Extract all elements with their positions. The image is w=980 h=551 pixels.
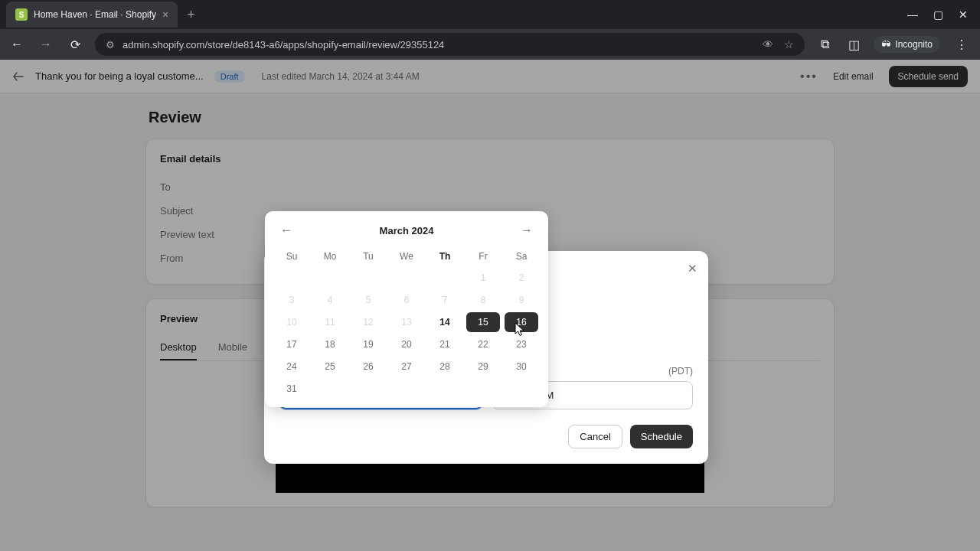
calendar-day[interactable]: 29 — [464, 355, 502, 377]
site-settings-icon[interactable]: ⚙ — [106, 39, 115, 51]
calendar-day-cell: 5 — [351, 290, 385, 310]
calendar-day-cell[interactable]: 22 — [466, 334, 500, 354]
calendar-day: 2 — [502, 266, 541, 289]
calendar-day — [311, 266, 349, 289]
calendar-day-cell[interactable]: 19 — [351, 334, 385, 354]
calendar-day-cell[interactable]: 25 — [313, 357, 347, 377]
calendar-day[interactable]: 30 — [502, 355, 541, 377]
calendar-day — [349, 266, 387, 289]
calendar-day-cell[interactable]: 18 — [313, 334, 347, 354]
calendar-day-cell: 2 — [505, 268, 538, 288]
calendar-day[interactable]: 24 — [273, 355, 311, 377]
calendar-day[interactable]: 23 — [502, 333, 541, 355]
cancel-button[interactable]: Cancel — [568, 425, 622, 448]
calendar-day[interactable]: 31 — [273, 377, 311, 399]
window-controls: — ▢ ✕ — [907, 8, 980, 21]
close-icon[interactable]: × — [162, 8, 168, 21]
calendar-day[interactable]: 22 — [464, 333, 502, 355]
calendar-day-cell[interactable]: 27 — [390, 357, 423, 377]
calendar-month-label: March 2024 — [380, 225, 434, 236]
calendar-day: 1 — [464, 266, 502, 289]
calendar-day-cell: 6 — [390, 290, 423, 310]
calendar-day-cell[interactable]: 16 — [505, 312, 538, 332]
calendar-day-cell: 8 — [466, 290, 500, 310]
calendar-day-cell: 1 — [466, 268, 500, 288]
maximize-icon[interactable]: ▢ — [933, 8, 943, 21]
prev-month-icon[interactable]: ← — [277, 220, 296, 240]
calendar-day[interactable]: 28 — [426, 355, 464, 377]
calendar-day[interactable]: 17 — [273, 333, 311, 355]
tab-bar: S Home Haven · Email · Shopify × + — ▢ ✕ — [0, 0, 980, 29]
calendar-weekday: Su — [273, 246, 311, 266]
calendar-day — [387, 266, 426, 289]
calendar-day-cell: 11 — [313, 312, 347, 332]
calendar-day-cell[interactable]: 21 — [428, 334, 462, 354]
address-bar[interactable]: ⚙ admin.shopify.com/store/de8143-a6/apps… — [95, 33, 805, 56]
close-window-icon[interactable]: ✕ — [959, 8, 968, 21]
incognito-label: Incognito — [895, 39, 933, 50]
side-panel-icon[interactable]: ◫ — [844, 35, 863, 54]
address-bar-row: ← → ⟳ ⚙ admin.shopify.com/store/de8143-a… — [0, 29, 980, 60]
calendar-day: 6 — [387, 289, 426, 311]
calendar-day-cell[interactable]: 28 — [428, 357, 462, 377]
calendar-day: 10 — [273, 311, 311, 333]
calendar-day[interactable]: 19 — [349, 333, 387, 355]
calendar-day: 4 — [311, 289, 349, 311]
calendar-day-cell[interactable]: 26 — [351, 357, 385, 377]
calendar-day-cell[interactable]: 24 — [275, 357, 309, 377]
reload-button[interactable]: ⟳ — [66, 35, 84, 54]
browser-tab[interactable]: S Home Haven · Email · Shopify × — [6, 2, 178, 28]
extensions-icon[interactable]: ⧉ — [815, 35, 834, 54]
calendar-day-cell: 3 — [275, 290, 309, 310]
browser-menu-icon[interactable]: ⋮ — [951, 37, 972, 52]
back-button[interactable]: ← — [8, 35, 26, 54]
shopify-favicon: S — [15, 8, 28, 21]
calendar-day-cell[interactable]: 17 — [275, 334, 309, 354]
incognito-icon: 🕶 — [881, 39, 890, 50]
calendar-day-cell[interactable]: 15 — [466, 312, 500, 332]
calendar-weekday: Fr — [464, 246, 502, 266]
calendar-day-cell[interactable]: 29 — [466, 357, 500, 377]
calendar-day[interactable]: 25 — [311, 355, 349, 377]
calendar-day: 11 — [311, 311, 349, 333]
calendar-day — [387, 377, 426, 399]
minimize-icon[interactable]: — — [907, 8, 918, 21]
calendar-day-cell: 9 — [505, 290, 538, 310]
calendar-day[interactable]: 21 — [426, 333, 464, 355]
calendar-day[interactable]: 15 — [464, 311, 502, 333]
calendar-day[interactable]: 20 — [387, 333, 426, 355]
calendar-weekday: Mo — [311, 246, 349, 266]
incognito-badge: 🕶 Incognito — [874, 36, 940, 53]
calendar-day: 9 — [502, 289, 541, 311]
close-icon[interactable]: ✕ — [688, 262, 697, 276]
calendar-day — [273, 266, 311, 289]
next-month-icon[interactable]: → — [518, 220, 536, 240]
calendar-popover: ← March 2024 → SuMoTuWeThFrSa 1234567891… — [265, 211, 548, 407]
calendar-day[interactable]: 16 — [502, 311, 541, 333]
calendar-day-cell[interactable]: 30 — [505, 357, 538, 377]
calendar-day — [349, 377, 387, 399]
calendar-day-cell: 10 — [275, 312, 309, 332]
calendar-day: 13 — [387, 311, 426, 333]
forward-button[interactable]: → — [37, 35, 55, 54]
calendar-weekday: Th — [426, 246, 464, 266]
calendar-grid: SuMoTuWeThFrSa 1234567891011121314151617… — [273, 246, 541, 399]
calendar-day: 5 — [349, 289, 387, 311]
calendar-day[interactable]: 18 — [311, 333, 349, 355]
calendar-day-cell[interactable]: 20 — [390, 334, 423, 354]
calendar-day[interactable]: 14 — [426, 311, 464, 333]
calendar-day-cell: 12 — [351, 312, 385, 332]
calendar-day-cell[interactable]: 23 — [505, 334, 538, 354]
calendar-day-cell[interactable]: 31 — [275, 379, 309, 399]
new-tab-button[interactable]: + — [178, 7, 204, 23]
bookmark-icon[interactable]: ☆ — [784, 38, 794, 51]
calendar-day — [426, 266, 464, 289]
url-text: admin.shopify.com/store/de8143-a6/apps/s… — [122, 39, 755, 51]
schedule-button[interactable]: Schedule — [630, 425, 693, 448]
app-content: Thank you for being a loyal custome... D… — [0, 60, 980, 551]
calendar-day — [502, 377, 541, 399]
eye-off-icon[interactable]: 👁 — [763, 38, 773, 51]
calendar-day[interactable]: 27 — [387, 355, 426, 377]
calendar-day-cell[interactable]: 14 — [428, 312, 462, 332]
calendar-day[interactable]: 26 — [349, 355, 387, 377]
